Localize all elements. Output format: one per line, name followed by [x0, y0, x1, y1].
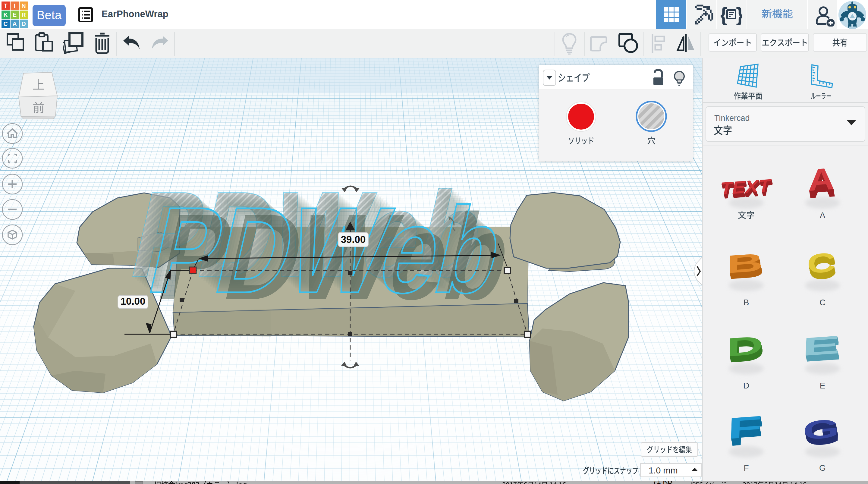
svg-text:A: A: [12, 21, 17, 27]
svg-text:F: F: [744, 463, 749, 473]
svg-text:C: C: [807, 247, 835, 279]
svg-text:G: G: [803, 414, 840, 445]
svg-text:10.00: 10.00: [121, 296, 146, 307]
svg-text:E: E: [802, 330, 841, 361]
svg-text:R: R: [22, 11, 26, 18]
svg-text:K: K: [3, 11, 8, 18]
svg-text:Tinkercad: Tinkercad: [714, 114, 750, 123]
svg-text:E: E: [820, 381, 826, 390]
svg-text:TEXT: TEXT: [720, 175, 772, 198]
svg-text:F: F: [727, 410, 763, 446]
svg-text:G: G: [819, 463, 826, 473]
svg-text:E: E: [13, 11, 17, 18]
svg-text:B: B: [744, 298, 749, 307]
svg-text:A: A: [820, 211, 826, 220]
svg-text:71 KB: 71 KB: [653, 481, 673, 484]
svg-text:D: D: [22, 21, 26, 27]
svg-text:1.0 mm: 1.0 mm: [649, 465, 678, 475]
svg-text:D: D: [726, 331, 764, 362]
svg-text:C: C: [3, 21, 7, 27]
svg-text:T: T: [4, 2, 7, 9]
svg-text:C: C: [819, 298, 826, 307]
svg-text:PDWeb: PDWeb: [138, 182, 516, 318]
svg-text:D: D: [743, 381, 749, 390]
svg-text:A: A: [808, 161, 835, 198]
svg-text:39.00: 39.00: [341, 234, 366, 245]
svg-text:I: I: [14, 2, 16, 9]
svg-text:B: B: [726, 248, 764, 278]
svg-text:N: N: [22, 2, 26, 9]
svg-text:}: }: [736, 4, 742, 25]
